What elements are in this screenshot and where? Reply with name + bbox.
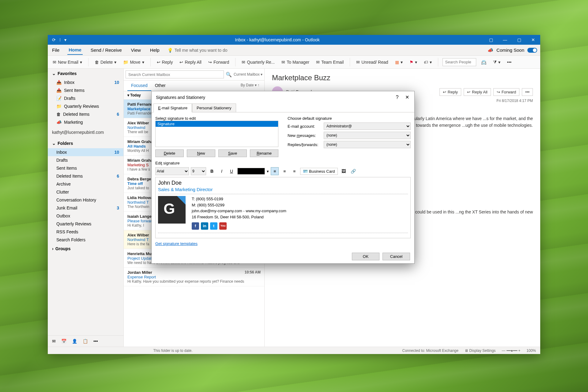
tab-email-signature[interactable]: E-mail Signature: [153, 104, 192, 112]
quick-step-quarterly[interactable]: ✉Quarterly Re...: [240, 58, 277, 66]
business-card-button[interactable]: 🪪Business Card: [300, 168, 338, 175]
tasks-nav-icon[interactable]: 📋: [83, 339, 88, 344]
folder-item[interactable]: Search Folders: [48, 236, 123, 244]
more-button[interactable]: •••: [505, 58, 514, 66]
menu-file[interactable]: File: [51, 46, 61, 55]
calendar-nav-icon[interactable]: 📅: [61, 339, 66, 344]
mailbox-search-input[interactable]: [126, 70, 224, 78]
save-signature-button[interactable]: Save: [218, 149, 247, 157]
groups-header[interactable]: › Groups: [48, 244, 123, 254]
message-item[interactable]: Jordan Miller10:56 AMExpense ReportHi Ka…: [124, 268, 264, 286]
reading-more-button[interactable]: •••: [522, 88, 533, 96]
signature-editor[interactable]: John Doe Sales & Marketing Director T: (…: [155, 177, 411, 238]
delete-button[interactable]: 🗑Delete ▾: [93, 58, 118, 66]
forward-button[interactable]: ↪Forward: [206, 58, 231, 66]
address-book-button[interactable]: 📇: [479, 58, 488, 66]
folder-item[interactable]: Deleted Items6: [48, 172, 123, 180]
folder-item[interactable]: Quarterly Reviews: [48, 220, 123, 228]
favorites-header[interactable]: ⌄ Favorites: [48, 69, 123, 78]
folder-item[interactable]: Outbox: [48, 212, 123, 220]
reply-button[interactable]: ↩Reply: [155, 58, 175, 66]
ok-button[interactable]: OK: [352, 253, 379, 260]
quick-access-icon[interactable]: ⁝: [59, 37, 61, 42]
email-account-select[interactable]: Administrator@: [324, 123, 411, 130]
align-center-button[interactable]: ≡: [281, 167, 288, 175]
reply-all-button[interactable]: ↩Reply All: [178, 58, 203, 66]
minimize-button[interactable]: —: [498, 35, 512, 45]
color-dropdown[interactable]: ▾: [267, 169, 269, 174]
favorite-item[interactable]: 📝Drafts: [48, 94, 123, 102]
align-right-button[interactable]: ≡: [290, 167, 298, 175]
folder-item[interactable]: Clutter: [48, 188, 123, 196]
folder-item[interactable]: Archive: [48, 180, 123, 188]
bold-button[interactable]: B: [208, 167, 216, 175]
replies-forwards-select[interactable]: (none): [324, 141, 411, 148]
people-nav-icon[interactable]: 👤: [72, 339, 77, 344]
reading-reply-button[interactable]: ↩ Reply: [439, 88, 461, 96]
dialog-close-button[interactable]: ✕: [404, 94, 410, 100]
reading-forward-button[interactable]: ↪ Forward: [493, 88, 520, 96]
flag-button[interactable]: ⚑▾: [408, 58, 419, 66]
coming-soon-toggle[interactable]: [527, 48, 537, 53]
new-messages-select[interactable]: (none): [324, 132, 411, 139]
search-people-input[interactable]: [443, 58, 476, 66]
favorite-item[interactable]: 📤Sent Items: [48, 86, 123, 94]
account-label[interactable]: kathyt@lucernepubintl.com: [48, 126, 123, 138]
quick-step-team-email[interactable]: ✉Team Email: [314, 58, 345, 66]
favorite-item[interactable]: 🗑Deleted Items6: [48, 110, 123, 118]
ribbon-options-icon[interactable]: ▢: [484, 35, 498, 45]
rename-signature-button[interactable]: Rename: [250, 149, 278, 157]
new-email-button[interactable]: ✉New Email ▾: [51, 58, 84, 66]
folders-header[interactable]: ⌄ Folders: [48, 138, 123, 148]
menu-view[interactable]: View: [130, 46, 142, 55]
tell-me-search[interactable]: 💡 Tell me what you want to do: [168, 48, 228, 53]
quick-step-to-manager[interactable]: ✉To Manager: [280, 58, 311, 66]
mail-nav-icon[interactable]: ✉: [52, 339, 56, 344]
new-signature-button[interactable]: New: [187, 149, 215, 157]
folder-item[interactable]: Junk Email3: [48, 204, 123, 212]
tab-focused[interactable]: Focused: [127, 81, 151, 91]
dropdown-icon[interactable]: ▾: [64, 37, 66, 42]
dialog-help-button[interactable]: ?: [394, 95, 400, 100]
align-left-button[interactable]: ≡: [271, 167, 279, 175]
insert-picture-button[interactable]: 🖼: [340, 167, 348, 175]
folder-item[interactable]: Conversation History: [48, 196, 123, 204]
sort-dropdown[interactable]: By Date ▾ ↑: [239, 81, 261, 91]
font-size-select[interactable]: 9: [191, 167, 206, 175]
get-templates-link[interactable]: Get signature templates: [155, 241, 198, 246]
categorize-button[interactable]: ▦▾: [393, 58, 405, 66]
filter-button[interactable]: ⧩▾: [491, 58, 502, 66]
insert-link-button[interactable]: 🔗: [349, 167, 357, 175]
more-nav-icon[interactable]: •••: [93, 339, 98, 344]
menu-help[interactable]: Help: [149, 46, 161, 55]
policy-button[interactable]: 🏷▾: [422, 58, 434, 66]
italic-button[interactable]: I: [218, 167, 226, 175]
delete-signature-button[interactable]: Delete: [155, 149, 184, 157]
tab-other[interactable]: Other: [151, 81, 169, 91]
folder-item[interactable]: Sent Items: [48, 164, 123, 172]
zoom-slider[interactable]: — ━━●━━ +: [502, 349, 520, 353]
menu-send-receive[interactable]: Send / Receive: [89, 46, 123, 55]
font-color-picker[interactable]: [237, 168, 265, 175]
cancel-button[interactable]: Cancel: [383, 253, 410, 260]
unread-read-button[interactable]: ✉Unread/ Read: [354, 58, 390, 66]
folder-item[interactable]: Inbox10: [48, 148, 123, 156]
favorite-item[interactable]: 📣Marketing: [48, 118, 123, 126]
display-settings-button[interactable]: 🖥 Display Settings: [465, 349, 496, 353]
underline-button[interactable]: U: [228, 167, 236, 175]
folder-item[interactable]: Drafts: [48, 156, 123, 164]
move-button[interactable]: 📁Move ▾: [121, 58, 146, 66]
favorite-item[interactable]: 📁Quarterly Reviews: [48, 102, 123, 110]
search-icon[interactable]: 🔍: [226, 72, 232, 77]
folder-item[interactable]: RSS Feeds: [48, 228, 123, 236]
close-button[interactable]: ✕: [526, 35, 540, 45]
reading-reply-all-button[interactable]: ↩ Reply All: [464, 88, 491, 96]
favorite-item[interactable]: 📥Inbox10: [48, 78, 123, 86]
search-scope[interactable]: Current Mailbox ▾: [234, 72, 262, 77]
font-select[interactable]: Arial: [155, 167, 189, 175]
tab-personal-stationery[interactable]: Personal Stationery: [192, 104, 236, 112]
maximize-button[interactable]: ▢: [512, 35, 526, 45]
signature-list[interactable]: Signature: [155, 121, 278, 147]
menu-home[interactable]: Home: [67, 45, 83, 55]
signature-list-item[interactable]: Signature: [156, 121, 278, 127]
